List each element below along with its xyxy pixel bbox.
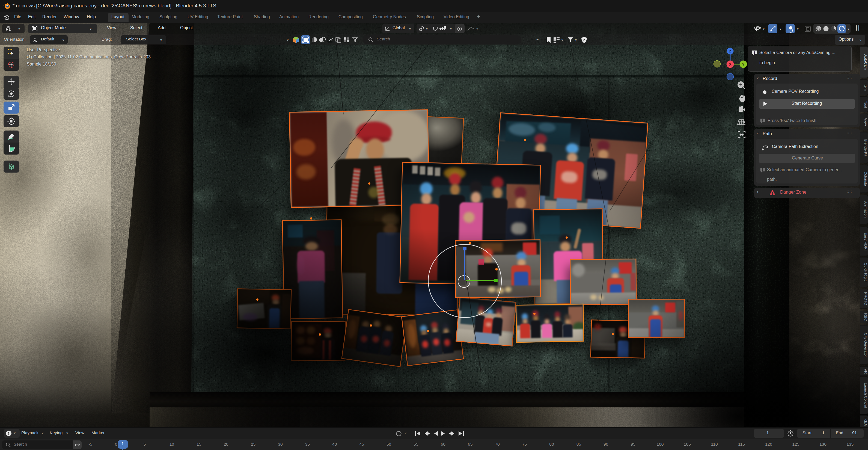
svg-text:X: X: [729, 62, 732, 66]
svg-text:Y: Y: [742, 62, 745, 66]
svg-text:Z: Z: [729, 49, 731, 53]
svg-text:i: i: [754, 51, 755, 55]
